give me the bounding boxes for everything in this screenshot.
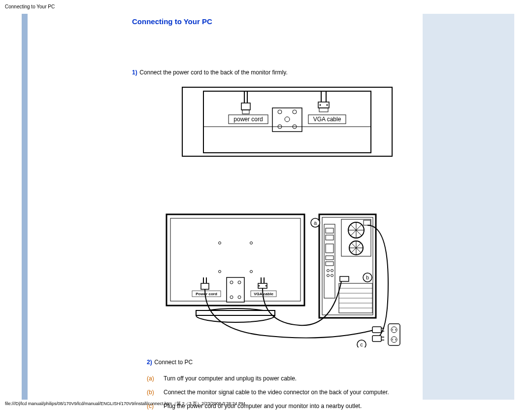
svg-rect-60 — [326, 235, 333, 240]
step-2-text: Connect to PC — [154, 359, 193, 366]
svg-rect-63 — [326, 262, 333, 266]
svg-point-23 — [219, 242, 221, 244]
svg-rect-44 — [319, 214, 376, 318]
diagram1-vga-label: VGA cable — [313, 116, 341, 123]
svg-rect-27 — [227, 277, 244, 302]
diagram2-vga-label: VGA cable — [254, 292, 273, 296]
svg-rect-18 — [319, 108, 328, 112]
svg-point-65 — [331, 270, 333, 272]
page-title: Connecting to Your PC — [132, 17, 418, 26]
main-content: Connecting to Your PC 1) Connect the pow… — [132, 17, 418, 411]
callout-a: a — [314, 220, 317, 226]
svg-rect-34 — [201, 283, 209, 289]
svg-point-39 — [266, 285, 267, 287]
svg-point-4 — [278, 110, 282, 114]
svg-point-17 — [327, 104, 328, 106]
step-2-number: 2) — [147, 359, 152, 366]
left-sidebar-accent — [22, 14, 28, 400]
diagram-1: power cord VGA cable — [181, 86, 418, 158]
svg-rect-57 — [364, 220, 370, 225]
diagram1-power-label: power cord — [233, 116, 263, 123]
svg-rect-62 — [326, 256, 333, 260]
substep-letter: (a) — [147, 375, 164, 382]
svg-point-66 — [327, 274, 330, 277]
callout-b: b — [366, 274, 369, 280]
svg-rect-9 — [241, 103, 250, 110]
svg-point-5 — [293, 110, 297, 114]
svg-point-67 — [331, 274, 333, 277]
substep-text: Connect the monitor signal cable to the … — [164, 389, 389, 396]
svg-rect-12 — [242, 110, 249, 114]
page-header: Connecting to Your PC — [5, 4, 55, 9]
svg-point-8 — [285, 117, 290, 122]
page-footer: file:///D|/lcd manual/philips/08/170V9/l… — [5, 401, 245, 407]
svg-point-38 — [259, 285, 260, 287]
svg-point-24 — [250, 242, 253, 244]
svg-rect-74 — [340, 276, 349, 281]
step-2: 2) Connect to PC — [147, 357, 418, 366]
diagram-2: Power cord VGA cable — [162, 209, 418, 347]
svg-point-64 — [327, 270, 330, 272]
callout-c: c — [360, 342, 363, 347]
svg-point-26 — [250, 271, 253, 273]
svg-point-16 — [320, 104, 321, 106]
step-1-text: Connect the power cord to the back of th… — [139, 69, 288, 76]
svg-rect-84 — [388, 324, 400, 345]
svg-rect-3 — [272, 108, 302, 132]
svg-rect-78 — [372, 327, 381, 333]
svg-rect-81 — [372, 336, 381, 342]
svg-rect-61 — [326, 244, 333, 253]
substep-text: Turn off your computer and unplug its po… — [164, 375, 297, 382]
svg-rect-45 — [322, 217, 373, 315]
svg-point-25 — [219, 271, 221, 273]
right-sidebar-accent — [423, 14, 514, 400]
svg-rect-33 — [196, 310, 275, 315]
substep-letter: (b) — [147, 389, 164, 396]
substep-b: (b) Connect the monitor signal cable to … — [147, 389, 418, 396]
svg-rect-59 — [326, 228, 333, 233]
step-1-number: 1) — [132, 69, 137, 76]
step-1: 1) Connect the power cord to the back of… — [132, 68, 418, 76]
diagram2-power-label: Power cord — [196, 292, 217, 296]
substep-a: (a) Turn off your computer and unplug it… — [147, 375, 418, 382]
outlet-icon — [388, 324, 400, 345]
